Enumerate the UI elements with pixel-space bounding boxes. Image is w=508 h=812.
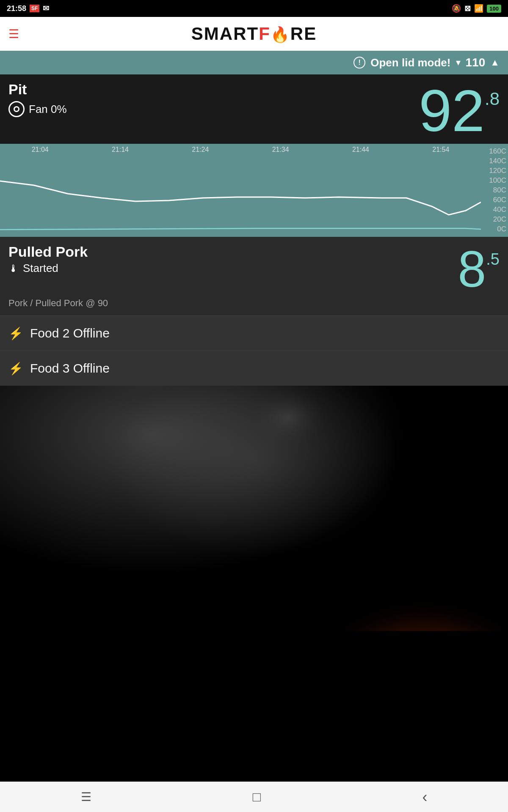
- food-top: Pulled Pork 🌡 Started 8 .5: [8, 244, 500, 294]
- bolt-icon-food2: ⚡: [8, 326, 23, 340]
- chart-y-100: 100C: [483, 176, 506, 185]
- info-icon: !: [353, 57, 365, 69]
- fan-inner-circle: [14, 106, 19, 112]
- logo-re: RE: [290, 24, 317, 44]
- food-3-offline-item[interactable]: ⚡ Food 3 Offline: [0, 351, 508, 386]
- chart-y-labels: 160C 140C 120C 100C 80C 60C 40C 20C 0C: [481, 144, 508, 237]
- food-2-offline-label: Food 2 Offline: [30, 326, 110, 340]
- status-bar-right: 🔕 ⊠ 📶 100: [452, 4, 501, 13]
- notification-off-icon: 🔕: [452, 4, 461, 13]
- thermometer-icon: 🌡: [8, 263, 19, 274]
- bolt-icon-food3: ⚡: [8, 362, 23, 376]
- food-temp-container: 8 .5: [458, 244, 500, 294]
- nav-home-icon[interactable]: □: [253, 789, 261, 805]
- fire-section: [0, 386, 508, 631]
- food-temperature-decimal: .5: [486, 250, 500, 269]
- fan-icon: [8, 101, 25, 117]
- food-status: 🌡 Started: [8, 262, 88, 275]
- app-logo: SMARTF🔥RE: [191, 24, 317, 44]
- menu-button[interactable]: ☰: [8, 27, 19, 41]
- pit-left: Pit Fan 0%: [8, 81, 67, 117]
- smoke-overlay: [0, 386, 508, 631]
- bottom-nav: ☰ □ ‹: [0, 782, 508, 812]
- pit-label: Pit: [8, 81, 67, 98]
- status-time: 21:58: [7, 4, 26, 13]
- pit-temperature-decimal: .8: [485, 89, 500, 109]
- status-bar: 21:58 SF ✉ 🔕 ⊠ 📶 100: [0, 0, 508, 17]
- open-lid-text: Open lid mode!: [370, 56, 450, 69]
- smartfire-logo-icon: SF: [30, 5, 39, 12]
- fire-background: [0, 386, 508, 631]
- chart-y-160: 160C: [483, 147, 506, 156]
- open-lid-banner[interactable]: ! Open lid mode! ▾ 110 ▲: [0, 51, 508, 74]
- chart-time-labels: 21:04 21:14 21:24 21:34 21:44 21:54: [0, 144, 481, 156]
- chart-y-120: 120C: [483, 167, 506, 175]
- nav-back-icon[interactable]: ‹: [422, 788, 427, 806]
- chart-time-5: 21:54: [432, 146, 449, 154]
- chart-svg: [0, 156, 481, 237]
- logo-smart: SMART: [191, 24, 259, 44]
- nav-menu-icon[interactable]: ☰: [81, 790, 91, 804]
- open-lid-temperature: 110: [466, 56, 486, 69]
- pit-fan: Fan 0%: [8, 101, 67, 117]
- food-left: Pulled Pork 🌡 Started: [8, 244, 88, 275]
- chart-y-40: 40C: [483, 206, 506, 214]
- app-header: ☰ SMARTF🔥RE: [0, 17, 508, 51]
- pit-temperature-main: 92: [419, 81, 485, 140]
- pit-chart-line: [0, 181, 481, 215]
- chart-y-0: 0C: [483, 225, 506, 233]
- battery-icon: 100: [487, 5, 501, 13]
- message-icon: ✉: [43, 4, 49, 13]
- food-2-offline-item[interactable]: ⚡ Food 2 Offline: [0, 315, 508, 351]
- pit-temp-container: 92 .8: [419, 81, 500, 140]
- chart-time-1: 21:14: [112, 146, 129, 154]
- chart-y-60: 60C: [483, 196, 506, 204]
- food-label: Pulled Pork: [8, 244, 88, 260]
- food-temperature-main: 8: [458, 244, 486, 294]
- chart-time-3: 21:34: [272, 146, 289, 154]
- pit-top: Pit Fan 0% 92 .8: [8, 81, 500, 140]
- temperature-chart: 21:04 21:14 21:24 21:34 21:44 21:54 160C…: [0, 144, 508, 237]
- fan-label: Fan 0%: [29, 103, 67, 116]
- open-lid-arrow-icon: ▾: [456, 57, 461, 68]
- wifi-icon: 📶: [474, 4, 483, 13]
- food-subtitle: Pork / Pulled Pork @ 90: [8, 298, 500, 309]
- open-lid-chevron-up-icon: ▲: [490, 57, 500, 68]
- logo-flame-icon: 🔥: [271, 26, 290, 43]
- chart-y-80: 80C: [483, 186, 506, 195]
- started-label: Started: [23, 262, 58, 275]
- status-bar-left: 21:58 SF ✉: [7, 4, 49, 13]
- chart-y-20: 20C: [483, 215, 506, 224]
- pit-section: Pit Fan 0% 92 .8: [0, 74, 508, 144]
- chart-y-140: 140C: [483, 157, 506, 165]
- food-3-offline-label: Food 3 Offline: [30, 361, 110, 376]
- food-chart-line: [0, 228, 481, 230]
- food-section: Pulled Pork 🌡 Started 8 .5 Pork / Pulled…: [0, 237, 508, 315]
- logo-fire-text: F: [259, 24, 271, 44]
- chart-time-0: 21:04: [32, 146, 49, 154]
- screen-icon: ⊠: [464, 4, 471, 13]
- chart-time-2: 21:24: [192, 146, 209, 154]
- chart-time-4: 21:44: [352, 146, 369, 154]
